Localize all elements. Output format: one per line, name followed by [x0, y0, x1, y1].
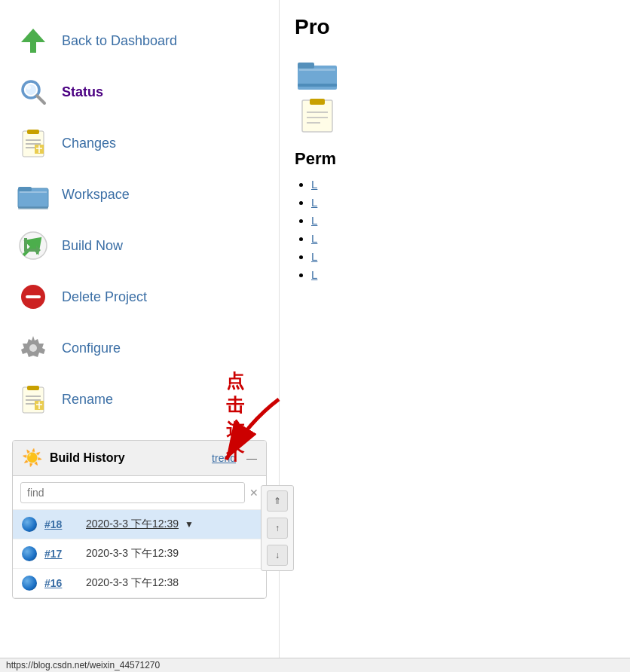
build-history-sun-icon: ☀️ [22, 448, 42, 468]
workspace-label: Workspace [62, 187, 130, 203]
rename-icon [15, 381, 51, 417]
build-time-18: 2020-3-3 下午12:39 [86, 518, 179, 531]
scroll-buttons: ⇑ ↑ ↓ [261, 485, 294, 571]
gear-icon [15, 330, 51, 366]
build-row-18[interactable]: #18 2020-3-3 下午12:39 ▼ [13, 510, 266, 539]
svg-rect-35 [299, 69, 335, 71]
svg-point-23 [29, 344, 37, 352]
perm-item-2: L [311, 196, 615, 209]
perm-list: L L L L L L [295, 178, 615, 282]
perm-link-1[interactable]: L [311, 178, 317, 191]
svg-rect-21 [26, 295, 41, 298]
sidebar-item-status[interactable]: Status [0, 66, 279, 118]
delete-icon [15, 279, 51, 315]
folder-blue-icon [15, 176, 51, 212]
perm-item-1: L [311, 178, 615, 191]
build-status-ball-18 [22, 517, 37, 532]
sidebar-item-delete-project[interactable]: Delete Project [0, 271, 279, 322]
build-num-18[interactable]: #18 [44, 518, 71, 530]
dash-label: — [246, 452, 257, 464]
changes-label: Changes [62, 136, 116, 151]
dropdown-arrow-18[interactable]: ▼ [185, 519, 194, 530]
svg-rect-15 [18, 187, 32, 191]
magnifier-icon [15, 74, 51, 110]
perm-link-3[interactable]: L [311, 214, 317, 227]
arrow-up-icon [15, 23, 51, 59]
perm-link-5[interactable]: L [311, 250, 317, 263]
rename-label: Rename [62, 392, 113, 408]
perm-item-4: L [311, 232, 615, 246]
scroll-up-button[interactable]: ↑ [267, 518, 288, 539]
search-input[interactable] [20, 482, 245, 503]
build-history-title: Build History [50, 451, 204, 465]
folder-icons-area [295, 54, 615, 134]
trend-link[interactable]: trend [212, 452, 236, 464]
delete-project-label: Delete Project [62, 289, 147, 305]
perm-link-2[interactable]: L [311, 196, 317, 209]
sidebar: Back to Dashboard Status [0, 0, 279, 672]
build-status-ball-16 [22, 576, 37, 591]
svg-rect-37 [310, 99, 325, 105]
svg-point-4 [26, 85, 31, 90]
sidebar-item-back-dashboard[interactable]: Back to Dashboard [0, 15, 279, 66]
sidebar-item-workspace[interactable]: Workspace [0, 169, 279, 220]
configure-label: Configure [62, 341, 121, 356]
build-time-16: 2020-3-3 下午12:38 [86, 576, 179, 590]
perm-item-5: L [311, 250, 615, 264]
build-num-17[interactable]: #17 [44, 548, 71, 560]
right-panel: Pro Per [279, 0, 630, 672]
svg-line-3 [37, 96, 44, 103]
main-layout: Back to Dashboard Status [0, 0, 630, 672]
back-dashboard-label: Back to Dashboard [62, 33, 177, 49]
perm-link-6[interactable]: L [311, 268, 317, 281]
perm-section-title: Perm [295, 149, 615, 169]
folder-icon-1 [295, 54, 340, 92]
svg-marker-0 [21, 29, 45, 53]
scroll-up-top-button[interactable]: ⇑ [267, 490, 288, 512]
svg-rect-6 [27, 130, 39, 134]
svg-rect-17 [20, 191, 47, 193]
sidebar-item-configure[interactable]: Configure [0, 322, 279, 374]
build-status-ball-17 [22, 546, 37, 561]
statusbar: https://blog.csdn.net/weixin_44571270 [0, 658, 630, 672]
svg-rect-16 [18, 206, 48, 209]
perm-item-3: L [311, 214, 615, 228]
clear-search-icon[interactable]: ✕ [249, 487, 258, 499]
notepad-icon [15, 125, 51, 161]
status-label: Status [62, 84, 103, 100]
build-now-label: Build Now [62, 238, 123, 254]
perm-item-6: L [311, 268, 615, 282]
build-history-panel: ☀️ Build History trend — ✕ #18 2020-3-3 … [12, 440, 267, 599]
build-row-17[interactable]: #17 2020-3-3 下午12:39 [13, 539, 266, 569]
svg-rect-36 [302, 100, 332, 132]
build-num-16[interactable]: #16 [44, 577, 71, 589]
build-row-16[interactable]: #16 2020-3-3 下午12:38 [13, 569, 266, 598]
sidebar-item-rename[interactable]: Rename [0, 374, 279, 425]
svg-rect-25 [27, 386, 39, 390]
sidebar-item-changes[interactable]: Changes [0, 118, 279, 169]
right-panel-title: Pro [295, 15, 615, 39]
scroll-down-button[interactable]: ↓ [267, 545, 288, 566]
statusbar-url: https://blog.csdn.net/weixin_44571270 [6, 660, 160, 670]
svg-rect-33 [298, 63, 314, 69]
build-history-header: ☀️ Build History trend — [13, 441, 266, 476]
svg-rect-34 [298, 84, 337, 87]
sidebar-item-build-now[interactable]: Build Now [0, 220, 279, 271]
build-search-bar: ✕ [13, 476, 266, 510]
build-time-17: 2020-3-3 下午12:39 [86, 547, 179, 561]
notepad-icon-right [295, 96, 340, 134]
build-now-icon [15, 228, 51, 264]
perm-link-4[interactable]: L [311, 232, 317, 245]
